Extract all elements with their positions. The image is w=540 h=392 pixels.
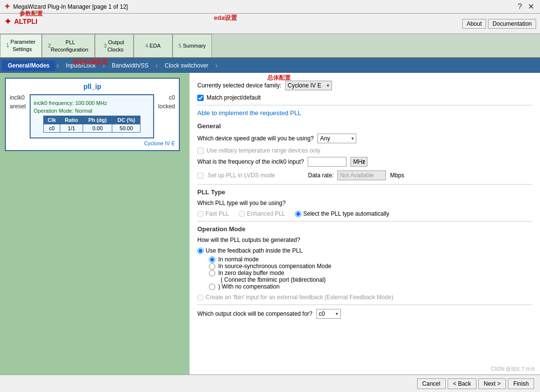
pll-type-title: PLL Type (197, 188, 532, 196)
pll-title: pll_ip (10, 83, 175, 90)
match-checkbox[interactable] (197, 95, 204, 101)
feedback-option[interactable]: Use the feedback path inside the PLL (197, 247, 532, 254)
zero-delay-radio[interactable] (209, 270, 215, 276)
speed-grade-select-wrapper[interactable]: Any (317, 134, 356, 143)
tab-clock-switchover[interactable]: Clock switchover (159, 60, 214, 71)
military-row: Use military temperature range devices o… (197, 147, 532, 154)
logo: ✦ ALTPLI (4, 16, 37, 27)
left-panel: pll_ip inclk0 areset inclk0 frequency: 1… (0, 73, 190, 392)
lvds-checkbox[interactable] (197, 172, 204, 179)
documentation-button[interactable]: Documentation (488, 19, 536, 29)
cancel-button[interactable]: Cancel (417, 378, 446, 389)
logo-text: ALTPLI (14, 17, 37, 25)
enhanced-pll-radio[interactable] (239, 211, 245, 217)
app-icon: ✦ (4, 2, 10, 11)
device-family-select[interactable]: Cyclone IV E (285, 81, 332, 90)
data-rate-input (337, 170, 386, 180)
auto-pll-option[interactable]: Select the PLL type automatically (295, 210, 389, 217)
areset-label: areset (10, 103, 26, 110)
freq-unit-wrapper[interactable]: MHz KHz (350, 157, 367, 167)
external-feedback-radio[interactable] (197, 294, 204, 301)
sub-options: In normal mode In source-synchronous com… (209, 256, 532, 290)
cell-ph: 0.00 (83, 124, 112, 133)
no-comp-radio[interactable] (209, 284, 215, 290)
device-family-row: Currently selected device family: Cyclon… (197, 81, 532, 90)
freq-unit-select[interactable]: MHz KHz (350, 157, 367, 167)
auto-pll-radio[interactable] (295, 211, 301, 217)
match-label: Match project/default (207, 94, 261, 101)
cell-dc: 50.00 (112, 124, 140, 133)
op-mode-question-row: How will the PLL outputs be generated? (197, 237, 532, 243)
speed-grade-select[interactable]: Any (317, 134, 356, 143)
external-feedback-label: Create an 'fbin' input for an external f… (206, 294, 393, 301)
tab-parameter-settings[interactable]: 1 ParameterSettings (0, 34, 42, 57)
freq-label: What is the frequency of the inclk0 inpu… (197, 158, 304, 165)
general-section-title: General (197, 122, 532, 130)
close-button[interactable]: ✕ (526, 2, 536, 11)
pll-info2: Operation Mode: Normal (34, 108, 150, 114)
back-button[interactable]: < Back (448, 378, 476, 389)
pll-info1: inclk0 frequency: 100.000 MHz (34, 100, 150, 106)
normal-mode-label: In normal mode (218, 256, 259, 263)
no-comp-row: ) With no compensation (209, 283, 532, 290)
pll-family: Cyclone IV E (10, 140, 175, 146)
inclk0-label: inclk0 (10, 94, 26, 101)
fast-pll-option[interactable]: Fast PLL (197, 210, 229, 217)
tab-pll-reconfig[interactable]: 2 PLLReconfiguration (42, 34, 95, 57)
right-panel: Currently selected device family: Cyclon… (190, 73, 540, 392)
status-text: Able to implement the requested PLL (197, 109, 532, 117)
pll-type-options: Fast PLL Enhanced PLL Select the PLL typ… (197, 210, 532, 217)
device-family-select-wrapper[interactable]: Cyclone IV E (285, 81, 332, 90)
match-checkbox-row: Match project/default (197, 94, 532, 101)
table-row: c0 1/1 0.00 50.00 (44, 124, 140, 133)
normal-mode-radio[interactable] (209, 256, 215, 263)
window-title: MegaWizard Plug-In Manager [page 1 of 12… (13, 3, 128, 10)
pll-type-section: PLL Type Which PLL type will you be usin… (197, 188, 532, 217)
bottom-bar: CSDN @混乱了许许 Cancel < Back Next > Finish (0, 375, 540, 392)
enhanced-pll-option[interactable]: Enhanced PLL (239, 210, 285, 217)
military-checkbox[interactable] (197, 148, 204, 154)
tab-summary[interactable]: 5 Summary (173, 34, 212, 57)
speed-grade-label: Which device speed grade will you be usi… (197, 135, 314, 142)
watermark: CSDN @混乱了许许 (491, 366, 535, 373)
tabs-row2: General/Modes › Inputs/Lock › Bandwidth/… (0, 58, 540, 73)
compensate-select[interactable]: c0 (316, 309, 341, 319)
tab-eda[interactable]: 4 EDA (134, 34, 173, 57)
fast-pll-label: Fast PLL (206, 210, 229, 217)
freq-row: What is the frequency of the inclk0 inpu… (197, 157, 532, 167)
compensate-label: Which output clock will be compensated f… (197, 310, 313, 317)
op-mode-section: Operation Mode How will the PLL outputs … (197, 225, 532, 319)
table-header-ratio: Ratio (60, 116, 83, 124)
tab-general-modes[interactable]: General/Modes (2, 60, 55, 71)
freq-input[interactable]: 100.000 (308, 157, 347, 167)
annotation-eda: eda设置 (214, 14, 237, 22)
tab-output-clocks[interactable]: 3 OutputClocks (95, 34, 134, 57)
no-comp-label: ) With no compensation (218, 283, 279, 290)
finish-button[interactable]: Finish (508, 378, 534, 389)
locked-label: locked (158, 103, 175, 110)
help-button[interactable]: ? (516, 2, 524, 11)
lvds-row: Set up PLL in LVDS mode Data rate: Mbps (197, 170, 532, 180)
external-feedback-option[interactable]: Create an 'fbin' input for an external f… (197, 294, 532, 301)
compensate-select-wrapper[interactable]: c0 (316, 309, 341, 319)
source-sync-radio[interactable] (209, 263, 215, 270)
military-label: Use military temperature range devices o… (207, 147, 320, 154)
data-rate-unit: Mbps (390, 172, 404, 179)
connect-label: ( Connect the fbmimic port (bidirectiona… (221, 276, 326, 283)
pll-table: Clk Ratio Ph (dg) DC (%) c0 1/1 0.00 50.… (43, 116, 140, 133)
connect-row: ( Connect the fbmimic port (bidirectiona… (221, 276, 532, 283)
tab-inputs-lock[interactable]: Inputs/Lock (60, 60, 101, 71)
pll-type-question-row: Which PLL type will you be using? (197, 200, 532, 206)
next-button[interactable]: Next > (478, 378, 506, 389)
tabs-row1: 1 ParameterSettings 2 PLLReconfiguration… (0, 34, 540, 58)
about-button[interactable]: About (462, 19, 486, 29)
enhanced-pll-label: Enhanced PLL (247, 210, 285, 217)
tab-bandwidth-ss[interactable]: Bandwidth/SS (106, 60, 154, 71)
feedback-label: Use the feedback path inside the PLL (206, 247, 302, 254)
fast-pll-radio[interactable] (197, 211, 204, 217)
feedback-radio[interactable] (197, 248, 204, 254)
lvds-label: Set up PLL in LVDS mode (208, 172, 275, 179)
pll-type-question: Which PLL type will you be using? (197, 200, 286, 206)
table-header-dc: DC (%) (112, 116, 140, 124)
op-mode-title: Operation Mode (197, 225, 532, 233)
